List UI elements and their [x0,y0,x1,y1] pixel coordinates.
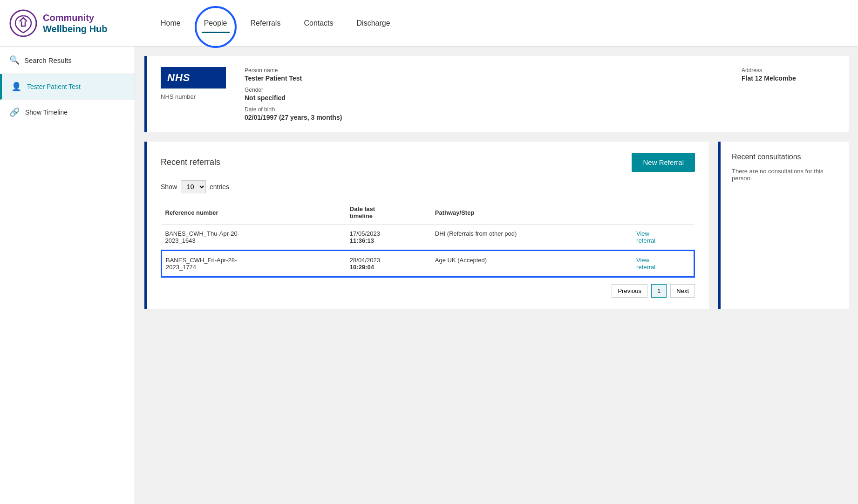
col-pathway: Pathway/Step [431,201,633,225]
main-nav: Home People Referrals Contacts Discharge [158,14,393,32]
entries-label: entries [210,183,229,191]
row1-reference: BANES_CWH_Thu-Apr-20-2023_1643 [162,225,346,251]
table-header-row: Reference number Date lasttimeline Pathw… [162,201,695,225]
nav-people-wrapper: People [202,19,230,27]
patient-icon: 👤 [11,82,21,92]
row2-view[interactable]: Viewreferral [633,251,694,277]
logo-icon [9,9,37,37]
search-icon: 🔍 [9,55,20,65]
show-timeline-label: Show Timeline [25,109,68,116]
patient-card: NHS NHS number Person name Tester Patien… [144,56,849,132]
nhs-logo: NHS [161,67,226,89]
logo-text: Community Wellbeing Hub [43,12,108,34]
consultations-card: Recent consultations There are no consul… [718,142,849,309]
referrals-header: Recent referrals New Referral [161,153,695,172]
person-name-value: Tester Patient Test [245,75,723,82]
row2-view-link[interactable]: Viewreferral [636,257,655,271]
row1-view-link[interactable]: Viewreferral [636,230,655,244]
nav-contacts[interactable]: Contacts [301,14,335,32]
patient-name-label: Tester Patient Test [27,83,81,90]
referrals-card: Recent referrals New Referral Show 10 25… [144,142,709,309]
patient-id-section: NHS NHS number [161,67,226,100]
sidebar: 🔍 Search Results 👤 Tester Patient Test 🔗… [0,47,135,504]
timeline-icon: 🔗 [9,107,20,117]
nav-discharge[interactable]: Discharge [354,14,393,32]
row1-pathway: DHI (Referrals from other pod) [431,225,633,251]
page1-button[interactable]: 1 [651,284,667,298]
entries-select[interactable]: 10 25 50 [181,180,206,193]
address-label: Address [742,67,835,74]
search-results-header: 🔍 Search Results [0,47,135,74]
table-row-highlighted: BANES_CWH_Fri-Apr-28-2023_1774 28/04/202… [162,251,695,277]
row1-date: 17/05/202311:36:13 [346,225,431,251]
row2-pathway: Age UK (Accepted) [431,251,633,277]
nav-people[interactable]: People [202,14,230,33]
row2-reference: BANES_CWH_Fri-Apr-28-2023_1774 [162,251,346,277]
referrals-table: Reference number Date lasttimeline Pathw… [161,201,695,278]
show-entries: Show 10 25 50 entries [161,180,695,193]
gender-label: Gender [245,87,723,93]
prev-page-button[interactable]: Previous [612,284,647,298]
address-value: Flat 12 Melcombe [742,75,835,82]
nav-referrals[interactable]: Referrals [248,14,283,32]
nhs-number-label: NHS number [161,93,226,100]
patient-address-section: Address Flat 12 Melcombe [742,67,835,82]
table-row: BANES_CWH_Thu-Apr-20-2023_1643 17/05/202… [162,225,695,251]
next-page-button[interactable]: Next [670,284,695,298]
sidebar-item-patient[interactable]: 👤 Tester Patient Test [0,74,135,100]
new-referral-button[interactable]: New Referral [632,153,695,172]
dob-label: Date of birth [245,106,723,113]
row1-view[interactable]: Viewreferral [633,225,694,251]
dob-value: 02/01/1997 (27 years, 3 months) [245,114,723,121]
row2-date: 28/04/202310:29:04 [346,251,431,277]
gender-value: Not specified [245,94,723,102]
col-date: Date lasttimeline [346,201,431,225]
show-label: Show [161,183,177,191]
main-content: NHS NHS number Person name Tester Patien… [135,47,858,504]
col-action [633,201,694,225]
person-name-label: Person name [245,67,723,74]
logo-area: Community Wellbeing Hub [9,9,149,37]
consultations-title: Recent consultations [732,153,838,161]
col-reference: Reference number [162,201,346,225]
body-layout: 🔍 Search Results 👤 Tester Patient Test 🔗… [0,47,858,504]
no-consultations-message: There are no consultations for this pers… [732,168,838,182]
pagination: Previous 1 Next [161,284,695,298]
patient-details: Person name Tester Patient Test Gender N… [245,67,723,121]
nav-home[interactable]: Home [158,14,183,32]
search-results-label: Search Results [24,56,72,64]
referrals-title: Recent referrals [161,157,220,167]
referrals-section: Recent referrals New Referral Show 10 25… [144,142,849,309]
sidebar-item-timeline[interactable]: 🔗 Show Timeline [0,100,135,125]
app-header: Community Wellbeing Hub Home People Refe… [0,0,858,47]
